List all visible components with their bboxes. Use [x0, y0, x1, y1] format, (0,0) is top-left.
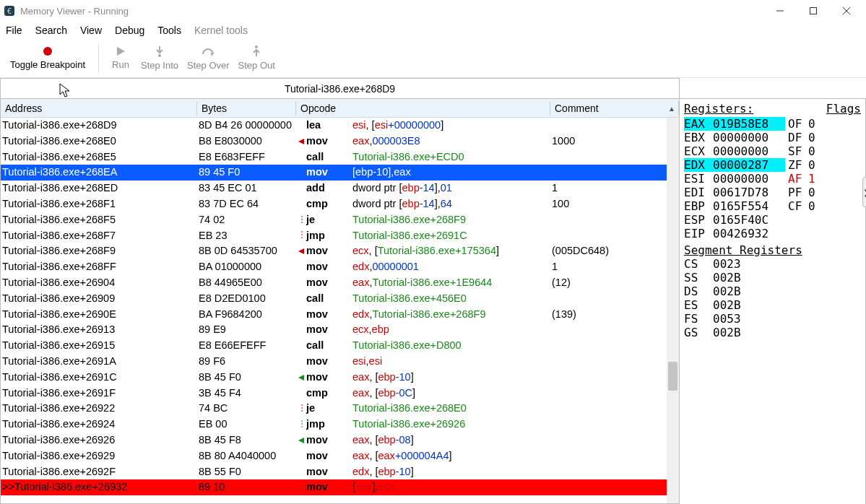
segment-register-line[interactable]: SS 002B — [684, 271, 861, 284]
svg-text:€: € — [7, 6, 12, 16]
jump-arrow-icon — [298, 404, 306, 413]
toolbar-separator — [98, 44, 99, 73]
segment-register-line[interactable]: DS 002B — [684, 284, 861, 298]
registers-panel: Registers: Flags EAX 019B58E8OF 0EBX 000… — [680, 98, 866, 504]
play-icon — [116, 46, 126, 58]
toggle-breakpoint-label: Toggle Breakpoint — [10, 59, 85, 70]
segment-registers-header: Segment Registers — [684, 243, 861, 257]
location-header[interactable]: Tutorial-i386.exe+268D9 — [0, 78, 680, 98]
scroll-up-icon[interactable]: ▲ — [668, 104, 675, 112]
table-row[interactable]: Tutorial-i386.exe+268E5E8 E683FEFFcallTu… — [1, 149, 679, 165]
toolbar: Toggle Breakpoint Run Step Into Step Ove… — [0, 39, 866, 78]
svg-marker-14 — [298, 248, 304, 254]
step-out-button[interactable]: Step Out — [235, 41, 278, 76]
table-row[interactable]: Tutorial-i386.exe+268EA89 45 F0mov[ebp-1… — [1, 165, 679, 181]
table-row[interactable]: Tutorial-i386.exe+26904B8 44965E00moveax… — [1, 275, 679, 291]
menubar: File Search View Debug Tools Kernel tool… — [0, 22, 866, 39]
col-address[interactable]: Address — [1, 101, 197, 116]
table-row[interactable]: Tutorial-i386.exe+2691C8B 45 F0moveax, [… — [1, 370, 679, 386]
register-line[interactable]: ECX 00000000SF 0 — [684, 144, 861, 158]
register-line[interactable]: EBP 0165F554CF 0 — [684, 199, 861, 213]
jump-arrow-icon — [298, 436, 306, 445]
table-row[interactable]: Tutorial-i386.exe+268F98B 0D 64535700mov… — [1, 243, 679, 259]
table-row[interactable]: Tutorial-i386.exe+26924EB 00jmpTutorial-… — [1, 417, 679, 433]
svg-marker-18 — [298, 438, 304, 443]
svg-marker-15 — [298, 375, 304, 381]
step-into-label: Step Into — [141, 60, 178, 71]
flags-header: Flags — [826, 102, 861, 116]
jump-arrow-icon — [298, 231, 306, 240]
table-header: Address Bytes Opcode Comment▲ — [1, 99, 679, 118]
table-row[interactable]: Tutorial-i386.exe+269268B 45 F8moveax, [… — [1, 433, 679, 448]
table-row[interactable]: >>Tutorial-i386.exe+2693289 10mov[eax],e… — [1, 479, 679, 495]
table-row[interactable]: Tutorial-i386.exe+268ED83 45 EC 01adddwo… — [1, 181, 679, 196]
table-row[interactable]: Tutorial-i386.exe+2691F3B 45 F4cmpeax, [… — [1, 386, 679, 401]
register-line[interactable]: ESI 00000000AF 1 — [684, 172, 861, 186]
maximize-button[interactable] — [797, 0, 830, 22]
table-row[interactable]: Tutorial-i386.exe+26915E8 E66EFEFFcallTu… — [1, 338, 679, 354]
table-row[interactable]: Tutorial-i386.exe+268D98D B4 26 00000000… — [1, 118, 679, 134]
location-header-text: Tutorial-i386.exe+268D9 — [285, 83, 395, 95]
menu-tools[interactable]: Tools — [157, 25, 181, 36]
scrollbar-thumb[interactable] — [668, 362, 677, 391]
segment-register-line[interactable]: GS 002B — [684, 326, 861, 339]
registers-header: Registers: — [684, 102, 753, 116]
menu-file[interactable]: File — [6, 25, 22, 36]
step-into-button[interactable]: Step Into — [138, 41, 181, 76]
register-line[interactable]: EBX 00000000DF 0 — [684, 131, 861, 144]
table-row[interactable]: Tutorial-i386.exe+2692274 BCjeTutorial-i… — [1, 401, 679, 417]
register-line[interactable]: EDX 00000287ZF 0 — [684, 158, 861, 172]
segment-register-line[interactable]: ES 002B — [684, 298, 861, 312]
table-row[interactable]: Tutorial-i386.exe+2691389 E9movecx,ebp — [1, 322, 679, 338]
table-row[interactable]: Tutorial-i386.exe+268F183 7D EC 64cmpdwo… — [1, 196, 679, 212]
jump-arrow-icon — [298, 137, 306, 146]
svg-rect-3 — [810, 8, 817, 14]
svg-marker-7 — [117, 47, 125, 56]
breakpoint-icon — [43, 46, 53, 58]
register-line[interactable]: EAX 019B58E8OF 0 — [684, 117, 861, 131]
col-bytes[interactable]: Bytes — [197, 101, 296, 116]
menu-debug[interactable]: Debug — [115, 25, 144, 36]
table-row[interactable]: Tutorial-i386.exe+2692F8B 55 F0movedx, [… — [1, 464, 679, 480]
register-line[interactable]: EIP 00426932 — [684, 227, 861, 240]
register-line[interactable]: EDI 00617D78PF 0 — [684, 186, 861, 199]
segment-register-line[interactable]: CS 0023 — [684, 257, 861, 271]
close-button[interactable] — [830, 0, 863, 22]
step-over-button[interactable]: Step Over — [184, 41, 233, 76]
svg-point-8 — [158, 54, 161, 57]
svg-point-10 — [255, 45, 258, 48]
table-row[interactable]: Tutorial-i386.exe+269298B 80 A4040000mov… — [1, 448, 679, 464]
step-out-label: Step Out — [238, 60, 275, 71]
menu-kernel-tools[interactable]: Kernel tools — [194, 25, 248, 36]
svg-marker-11 — [298, 139, 304, 144]
jump-arrow-icon — [298, 216, 306, 225]
step-over-label: Step Over — [187, 60, 230, 71]
step-into-icon — [154, 45, 165, 58]
table-row[interactable]: Tutorial-i386.exe+268E0B8 E8030000moveax… — [1, 134, 679, 149]
vertical-scrollbar[interactable] — [667, 118, 679, 503]
table-row[interactable]: Tutorial-i386.exe+2690EBA F9684200movedx… — [1, 307, 679, 323]
panel-collapse-handle[interactable]: ❯ — [862, 177, 866, 207]
svg-point-6 — [43, 47, 52, 56]
table-row[interactable]: Tutorial-i386.exe+268FFBA 01000000movedx… — [1, 259, 679, 275]
run-button[interactable]: Run — [106, 41, 135, 76]
step-over-icon — [202, 45, 215, 58]
disassembly-table[interactable]: Address Bytes Opcode Comment▲ Tutorial-i… — [0, 98, 680, 504]
step-out-icon — [251, 45, 262, 58]
segment-register-line[interactable]: FS 0053 — [684, 312, 861, 326]
minimize-button[interactable] — [763, 0, 797, 22]
toggle-breakpoint-button[interactable]: Toggle Breakpoint — [4, 41, 91, 76]
table-row[interactable]: Tutorial-i386.exe+268F574 02jeTutorial-i… — [1, 212, 679, 228]
jump-arrow-icon — [298, 247, 306, 256]
register-line[interactable]: ESP 0165F40C — [684, 213, 861, 227]
menu-search[interactable]: Search — [35, 25, 67, 36]
table-row[interactable]: Tutorial-i386.exe+268F7EB 23jmpTutorial-… — [1, 228, 679, 244]
col-opcode[interactable]: Opcode — [296, 101, 550, 116]
col-comment[interactable]: Comment▲ — [550, 101, 679, 116]
menu-view[interactable]: View — [80, 25, 102, 36]
table-row[interactable]: Tutorial-i386.exe+2691A89 F6movesi,esi — [1, 354, 679, 370]
jump-arrow-icon — [298, 373, 306, 382]
window-title: Memory Viewer - Running — [20, 6, 763, 17]
jump-arrow-icon — [298, 420, 306, 429]
table-row[interactable]: Tutorial-i386.exe+26909E8 D2ED0100callTu… — [1, 291, 679, 307]
